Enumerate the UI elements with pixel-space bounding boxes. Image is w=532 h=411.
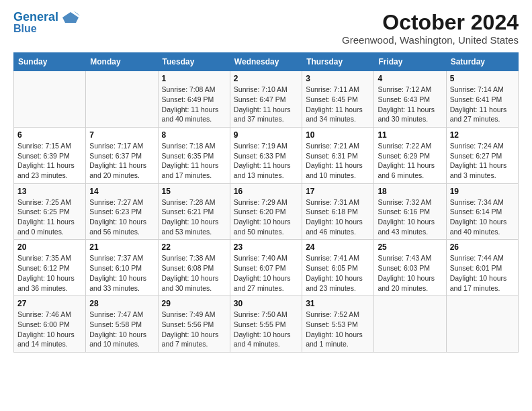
calendar-cell: 20Sunrise: 7:35 AMSunset: 6:12 PMDayligh… [14,240,86,296]
day-info: Sunrise: 7:44 AMSunset: 6:01 PMDaylight:… [450,253,515,293]
day-info: Sunrise: 7:37 AMSunset: 6:10 PMDaylight:… [89,253,154,293]
day-number: 15 [162,187,226,196]
day-info: Sunrise: 7:29 AMSunset: 6:20 PMDaylight:… [234,197,298,237]
day-number: 29 [162,299,226,308]
day-info: Sunrise: 7:41 AMSunset: 6:05 PMDaylight:… [306,253,370,293]
logo: General Blue [13,11,80,35]
day-number: 25 [378,242,442,252]
day-info: Sunrise: 7:49 AMSunset: 5:56 PMDaylight:… [162,310,226,349]
day-info: Sunrise: 7:12 AMSunset: 6:43 PMDaylight:… [378,85,442,124]
day-number: 5 [450,74,515,83]
day-info: Sunrise: 7:10 AMSunset: 6:47 PMDaylight:… [234,85,298,124]
day-number: 28 [89,299,154,308]
col-header-monday: Monday [86,53,158,71]
day-number: 14 [89,187,154,196]
page-header: General Blue October 2024 Greenwood, Was… [13,11,519,46]
day-info: Sunrise: 7:28 AMSunset: 6:21 PMDaylight:… [162,197,226,237]
day-info: Sunrise: 7:38 AMSunset: 6:08 PMDaylight:… [162,253,226,293]
day-number: 8 [162,130,226,140]
calendar-cell: 13Sunrise: 7:25 AMSunset: 6:25 PMDayligh… [14,183,86,240]
day-number: 16 [234,187,298,196]
day-number: 24 [306,242,370,252]
calendar-cell: 19Sunrise: 7:34 AMSunset: 6:14 PMDayligh… [446,183,518,240]
day-number: 13 [17,187,82,196]
day-info: Sunrise: 7:35 AMSunset: 6:12 PMDaylight:… [17,253,82,293]
col-header-wednesday: Wednesday [230,53,302,71]
page-title: October 2024 [342,11,519,34]
calendar-cell: 9Sunrise: 7:19 AMSunset: 6:33 PMDaylight… [230,127,302,183]
calendar-cell: 21Sunrise: 7:37 AMSunset: 6:10 PMDayligh… [86,240,158,296]
col-header-sunday: Sunday [14,53,86,71]
day-number: 18 [378,187,442,196]
day-info: Sunrise: 7:14 AMSunset: 6:41 PMDaylight:… [450,85,515,124]
day-number: 30 [234,299,298,308]
calendar-cell [14,71,86,128]
calendar-week-3: 13Sunrise: 7:25 AMSunset: 6:25 PMDayligh… [14,183,519,240]
calendar-cell: 17Sunrise: 7:31 AMSunset: 6:18 PMDayligh… [302,183,374,240]
calendar-cell: 6Sunrise: 7:15 AMSunset: 6:39 PMDaylight… [14,127,86,183]
day-info: Sunrise: 7:19 AMSunset: 6:33 PMDaylight:… [234,141,298,181]
day-info: Sunrise: 7:17 AMSunset: 6:37 PMDaylight:… [89,141,154,181]
calendar-cell: 31Sunrise: 7:52 AMSunset: 5:53 PMDayligh… [302,296,374,353]
day-number: 21 [89,242,154,252]
day-number: 12 [450,130,515,140]
day-info: Sunrise: 7:34 AMSunset: 6:14 PMDaylight:… [450,197,515,237]
calendar-cell [374,296,446,353]
day-info: Sunrise: 7:08 AMSunset: 6:49 PMDaylight:… [162,85,226,124]
col-header-thursday: Thursday [302,53,374,71]
calendar-cell: 8Sunrise: 7:18 AMSunset: 6:35 PMDaylight… [158,127,230,183]
day-info: Sunrise: 7:11 AMSunset: 6:45 PMDaylight:… [306,85,370,124]
calendar-cell: 10Sunrise: 7:21 AMSunset: 6:31 PMDayligh… [302,127,374,183]
day-number: 6 [17,130,82,140]
day-info: Sunrise: 7:46 AMSunset: 6:00 PMDaylight:… [17,310,82,349]
calendar-week-2: 6Sunrise: 7:15 AMSunset: 6:39 PMDaylight… [14,127,519,183]
day-info: Sunrise: 7:40 AMSunset: 6:07 PMDaylight:… [234,253,298,293]
calendar-table: SundayMondayTuesdayWednesdayThursdayFrid… [13,52,519,353]
calendar-week-1: 1Sunrise: 7:08 AMSunset: 6:49 PMDaylight… [14,71,519,128]
calendar-cell: 1Sunrise: 7:08 AMSunset: 6:49 PMDaylight… [158,71,230,128]
logo-blue-text: Blue [13,23,37,35]
logo-icon [61,11,80,24]
day-info: Sunrise: 7:21 AMSunset: 6:31 PMDaylight:… [306,141,370,181]
day-number: 22 [162,242,226,252]
svg-marker-0 [62,12,79,23]
day-info: Sunrise: 7:32 AMSunset: 6:16 PMDaylight:… [378,197,442,237]
calendar-cell: 3Sunrise: 7:11 AMSunset: 6:45 PMDaylight… [302,71,374,128]
calendar-cell: 26Sunrise: 7:44 AMSunset: 6:01 PMDayligh… [446,240,518,296]
day-number: 4 [378,74,442,83]
day-number: 7 [89,130,154,140]
day-info: Sunrise: 7:31 AMSunset: 6:18 PMDaylight:… [306,197,370,237]
calendar-cell: 5Sunrise: 7:14 AMSunset: 6:41 PMDaylight… [446,71,518,128]
calendar-cell: 24Sunrise: 7:41 AMSunset: 6:05 PMDayligh… [302,240,374,296]
calendar-cell: 27Sunrise: 7:46 AMSunset: 6:00 PMDayligh… [14,296,86,353]
calendar-cell [446,296,518,353]
calendar-cell: 18Sunrise: 7:32 AMSunset: 6:16 PMDayligh… [374,183,446,240]
day-number: 3 [306,74,370,83]
day-info: Sunrise: 7:18 AMSunset: 6:35 PMDaylight:… [162,141,226,181]
day-info: Sunrise: 7:22 AMSunset: 6:29 PMDaylight:… [378,141,442,181]
day-number: 2 [234,74,298,83]
calendar-cell: 30Sunrise: 7:50 AMSunset: 5:55 PMDayligh… [230,296,302,353]
day-info: Sunrise: 7:52 AMSunset: 5:53 PMDaylight:… [306,310,370,349]
day-info: Sunrise: 7:43 AMSunset: 6:03 PMDaylight:… [378,253,442,293]
col-header-tuesday: Tuesday [158,53,230,71]
calendar-cell: 25Sunrise: 7:43 AMSunset: 6:03 PMDayligh… [374,240,446,296]
day-number: 19 [450,187,515,196]
day-number: 26 [450,242,515,252]
calendar-cell: 12Sunrise: 7:24 AMSunset: 6:27 PMDayligh… [446,127,518,183]
day-info: Sunrise: 7:24 AMSunset: 6:27 PMDaylight:… [450,141,515,181]
col-header-saturday: Saturday [446,53,518,71]
day-number: 27 [17,299,82,308]
calendar-cell: 16Sunrise: 7:29 AMSunset: 6:20 PMDayligh… [230,183,302,240]
day-number: 10 [306,130,370,140]
calendar-cell: 15Sunrise: 7:28 AMSunset: 6:21 PMDayligh… [158,183,230,240]
day-number: 20 [17,242,82,252]
calendar-header-row: SundayMondayTuesdayWednesdayThursdayFrid… [14,53,519,71]
day-number: 11 [378,130,442,140]
day-info: Sunrise: 7:25 AMSunset: 6:25 PMDaylight:… [17,197,82,237]
calendar-cell: 23Sunrise: 7:40 AMSunset: 6:07 PMDayligh… [230,240,302,296]
title-block: October 2024 Greenwood, Washington, Unit… [342,11,519,46]
calendar-cell: 4Sunrise: 7:12 AMSunset: 6:43 PMDaylight… [374,71,446,128]
calendar-week-4: 20Sunrise: 7:35 AMSunset: 6:12 PMDayligh… [14,240,519,296]
calendar-cell: 14Sunrise: 7:27 AMSunset: 6:23 PMDayligh… [86,183,158,240]
